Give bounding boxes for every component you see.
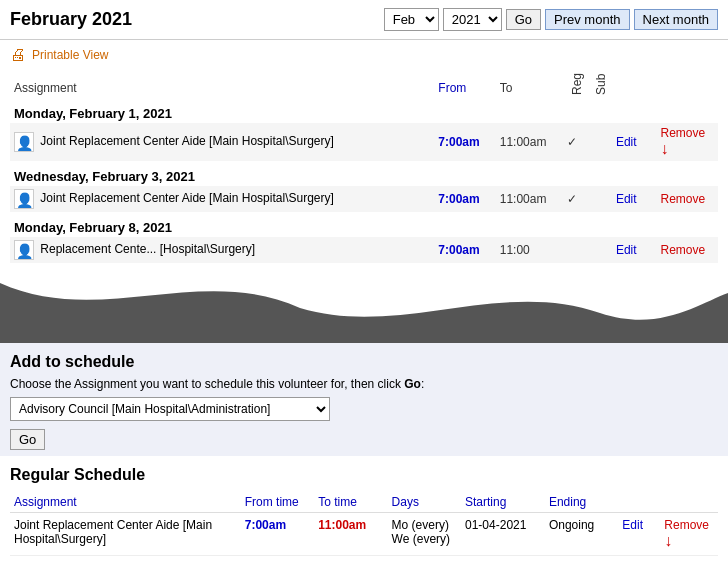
reg-col-starting: Starting bbox=[461, 492, 545, 513]
reg-check bbox=[563, 237, 588, 263]
page-title: February 2021 bbox=[10, 9, 384, 30]
day-label-feb8: Monday, February 8, 2021 bbox=[10, 212, 718, 237]
print-icon: 🖨 bbox=[10, 46, 26, 64]
reg-days-cell: Mo (every)We (every) bbox=[388, 513, 461, 556]
edit-link-2[interactable]: Edit bbox=[616, 192, 637, 206]
to-time: 11:00 bbox=[496, 237, 563, 263]
table-row: 👤 Replacement Cente... [Hospital\Surgery… bbox=[10, 237, 718, 263]
edit-link-1[interactable]: Edit bbox=[616, 135, 637, 149]
page-header: February 2021 Jan Feb Mar Apr May Jun Ju… bbox=[0, 0, 728, 40]
to-time: 11:00am bbox=[496, 186, 563, 212]
remove-link-3[interactable]: Remove bbox=[661, 243, 706, 257]
regular-table-row: Joint Replacement Center Aide [Main Hosp… bbox=[10, 513, 718, 556]
assignment-name: Joint Replacement Center Aide [Main Hosp… bbox=[40, 191, 333, 205]
year-select[interactable]: 2019 2020 2021 2022 bbox=[443, 8, 502, 31]
reg-check: ✓ bbox=[563, 123, 588, 161]
col-from-header: From bbox=[434, 70, 495, 98]
regular-schedule-table: Assignment From time To time Days Starti… bbox=[10, 492, 718, 556]
prev-month-button[interactable]: Prev month bbox=[545, 9, 629, 30]
go-button-add[interactable]: Go bbox=[10, 429, 45, 450]
reg-col-ending: Ending bbox=[545, 492, 618, 513]
person-icon: 👤 bbox=[14, 189, 34, 209]
col-assignment-header: Assignment bbox=[10, 70, 434, 98]
table-row: 👤 Joint Replacement Center Aide [Main Ho… bbox=[10, 186, 718, 212]
edit-link-3[interactable]: Edit bbox=[616, 243, 637, 257]
reg-check: ✓ bbox=[563, 186, 588, 212]
month-select[interactable]: Jan Feb Mar Apr May Jun Jul Aug Sep Oct … bbox=[384, 8, 439, 31]
col-sub-header: Sub bbox=[587, 70, 612, 98]
printable-view-link[interactable]: 🖨 Printable View bbox=[0, 40, 728, 70]
reg-col-assignment: Assignment bbox=[10, 492, 241, 513]
reg-col-edit bbox=[618, 492, 660, 513]
reg-arrow-icon: ↓ bbox=[664, 532, 672, 549]
col-edit-header bbox=[612, 70, 657, 98]
day-label-feb3: Wednesday, February 3, 2021 bbox=[10, 161, 718, 186]
assignment-cell: 👤 Joint Replacement Center Aide [Main Ho… bbox=[10, 186, 434, 212]
reg-remove-link[interactable]: Remove bbox=[664, 518, 709, 532]
assignment-name: Joint Replacement Center Aide [Main Hosp… bbox=[40, 134, 333, 148]
go-button-nav[interactable]: Go bbox=[506, 9, 541, 30]
arrow-icon-1: ↓ bbox=[661, 140, 669, 157]
reg-edit-link[interactable]: Edit bbox=[622, 518, 643, 532]
remove-link-2[interactable]: Remove bbox=[661, 192, 706, 206]
reg-from-cell: 7:00am bbox=[241, 513, 314, 556]
sub-cell bbox=[587, 123, 612, 161]
remove-link-1[interactable]: Remove bbox=[661, 126, 706, 140]
assignment-cell: 👤 Joint Replacement Center Aide [Main Ho… bbox=[10, 123, 434, 161]
reg-ending-cell: Ongoing bbox=[545, 513, 618, 556]
add-section-description: Choose the Assignment you want to schedu… bbox=[10, 377, 718, 391]
col-to-header: To bbox=[496, 70, 563, 98]
nav-controls: Jan Feb Mar Apr May Jun Jul Aug Sep Oct … bbox=[384, 8, 718, 31]
wave-divider bbox=[0, 273, 728, 343]
from-time: 7:00am bbox=[434, 237, 495, 263]
day-header-feb3: Wednesday, February 3, 2021 bbox=[10, 161, 718, 186]
go-btn-wrap: Go bbox=[10, 429, 718, 450]
reg-col-from: From time bbox=[241, 492, 314, 513]
add-to-schedule-section: Add to schedule Choose the Assignment yo… bbox=[0, 343, 728, 456]
reg-starting-cell: 01-04-2021 bbox=[461, 513, 545, 556]
col-reg-header: Reg bbox=[563, 70, 588, 98]
assignment-cell: 👤 Replacement Cente... [Hospital\Surgery… bbox=[10, 237, 434, 263]
day-label-feb1: Monday, February 1, 2021 bbox=[10, 98, 718, 123]
reg-col-to: To time bbox=[314, 492, 387, 513]
from-time: 7:00am bbox=[434, 123, 495, 161]
table-row: 👤 Joint Replacement Center Aide [Main Ho… bbox=[10, 123, 718, 161]
add-section-title: Add to schedule bbox=[10, 353, 718, 371]
sub-cell bbox=[587, 186, 612, 212]
reg-assignment-cell: Joint Replacement Center Aide [Main Hosp… bbox=[10, 513, 241, 556]
reg-col-days: Days bbox=[388, 492, 461, 513]
reg-to-cell: 11:00am bbox=[314, 513, 387, 556]
next-month-button[interactable]: Next month bbox=[634, 9, 718, 30]
day-header-feb1: Monday, February 1, 2021 bbox=[10, 98, 718, 123]
from-time: 7:00am bbox=[434, 186, 495, 212]
person-icon: 👤 bbox=[14, 240, 34, 260]
assignment-dropdown[interactable]: Advisory Council [Main Hospital\Administ… bbox=[10, 397, 330, 421]
printable-view-label[interactable]: Printable View bbox=[32, 48, 109, 62]
schedule-table: Assignment From To Reg Sub Monday, Febru… bbox=[10, 70, 718, 263]
assignment-name: Replacement Cente... [Hospital\Surgery] bbox=[40, 242, 255, 256]
regular-schedule-section: Regular Schedule Assignment From time To… bbox=[0, 456, 728, 566]
sub-cell bbox=[587, 237, 612, 263]
schedule-section: Assignment From To Reg Sub Monday, Febru… bbox=[0, 70, 728, 273]
person-icon: 👤 bbox=[14, 132, 34, 152]
to-time: 11:00am bbox=[496, 123, 563, 161]
day-header-feb8: Monday, February 8, 2021 bbox=[10, 212, 718, 237]
reg-col-remove bbox=[660, 492, 718, 513]
regular-schedule-title: Regular Schedule bbox=[10, 466, 718, 484]
col-remove-header bbox=[657, 70, 718, 98]
